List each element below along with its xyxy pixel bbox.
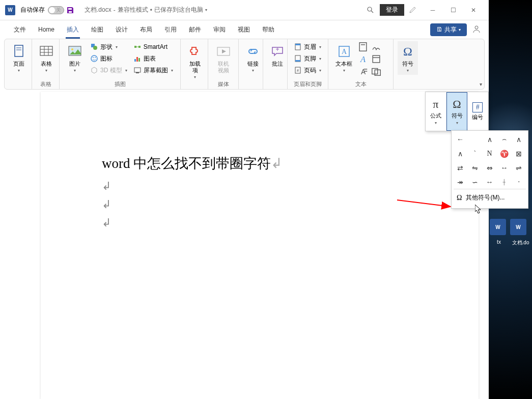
symbol-cell[interactable]: ⊠ — [512, 147, 525, 160]
symbol-cell[interactable]: · — [512, 176, 525, 189]
menu-help[interactable]: 帮助 — [256, 20, 281, 39]
textbox-icon: A — [336, 43, 352, 60]
pages-button[interactable]: 页面 ▾ — [9, 41, 29, 75]
symbol-cell[interactable]: ← — [454, 133, 467, 146]
picture-button-label: 图片 — [69, 61, 80, 67]
online-video-button[interactable]: 联机视频 — [212, 41, 234, 76]
header-button[interactable]: 页眉 ▾ — [292, 41, 323, 52]
chart-button-label: 图表 — [144, 54, 156, 63]
symbol-button[interactable]: Ω 符号 ▾ — [398, 41, 418, 75]
media-group-label: 媒体 — [208, 80, 238, 88]
symbol-cell[interactable]: ↔ — [483, 176, 496, 189]
3d-icon — [90, 66, 98, 74]
share-button-label: 共享 — [444, 25, 457, 34]
draw-mode-icon[interactable] — [409, 5, 417, 15]
word-app-icon: W — [5, 5, 15, 15]
wordart-button[interactable]: A — [357, 53, 369, 65]
symbol-cell[interactable]: ⌢ — [497, 133, 511, 146]
3d-models-button[interactable]: 3D 模型 ▾ — [88, 65, 129, 76]
menu-insert[interactable]: 插入 — [61, 20, 85, 39]
account-icon[interactable] — [472, 24, 481, 35]
chart-button[interactable]: 图表 — [131, 53, 175, 64]
autosave-state: 关 — [56, 7, 61, 14]
document-text: word 中怎么找不到带圈字符 — [102, 156, 271, 171]
quick-parts-button[interactable] — [357, 41, 369, 52]
symbol-cell[interactable]: ⇌ — [512, 161, 525, 175]
shapes-icon — [90, 43, 98, 51]
shapes-button[interactable]: 形状 ▾ — [88, 41, 129, 52]
page-number-button[interactable]: # 页码 ▾ — [292, 65, 323, 76]
search-icon[interactable] — [367, 6, 375, 14]
comment-icon: + — [269, 43, 286, 60]
menu-draw[interactable]: 绘图 — [85, 20, 109, 39]
menu-design[interactable]: 设计 — [109, 20, 134, 39]
ribbon-overflow-button[interactable]: ▾ — [480, 81, 482, 87]
symbol-tab-label: 符号 — [452, 112, 463, 120]
menu-layout[interactable]: 布局 — [134, 20, 158, 39]
object-button[interactable] — [371, 66, 382, 77]
symbol-cell[interactable]: ⟊ — [497, 176, 511, 189]
symbol-cell[interactable]: ♈ — [497, 147, 511, 160]
chevron-down-icon: ▾ — [116, 45, 118, 49]
signature-button[interactable] — [371, 41, 382, 52]
menu-review[interactable]: 审阅 — [207, 20, 232, 39]
icons-icon — [90, 54, 98, 63]
icons-button[interactable]: 图标 — [88, 53, 129, 64]
menu-references[interactable]: 引用 — [158, 20, 183, 39]
symbol-cell[interactable]: ` — [468, 147, 482, 160]
save-icon[interactable] — [66, 6, 74, 14]
symbol-cell[interactable]: ⇔ — [483, 161, 496, 175]
share-button[interactable]: 🖻共享▾ — [430, 23, 467, 36]
svg-rect-19 — [138, 46, 141, 48]
symbol-cell[interactable]: ∽ — [468, 176, 482, 189]
footer-button[interactable]: 页脚 ▾ — [292, 53, 323, 64]
symbol-cell[interactable]: ∧ — [512, 133, 525, 146]
symbol-button-label: 符号 — [402, 61, 413, 67]
screenshot-button[interactable]: 屏幕截图 ▾ — [131, 65, 175, 76]
symbol-cell[interactable]: Ν — [483, 147, 496, 160]
svg-rect-22 — [136, 57, 138, 62]
more-symbols-button[interactable]: Ω 其他符号(M)... — [454, 189, 526, 206]
svg-rect-21 — [134, 59, 136, 62]
login-button[interactable]: 登录 — [380, 4, 404, 16]
table-button[interactable]: 表格 ▾ — [36, 41, 57, 75]
paragraph-mark: ↲ — [102, 198, 412, 211]
dropcap-button[interactable]: A — [357, 66, 369, 77]
symbol-dropdown-panel: π 公式 ▾ Ω 符号 ▾ # 编号 — [425, 92, 489, 131]
number-tab-label: 编号 — [472, 113, 483, 121]
menu-view[interactable]: 视图 — [232, 20, 256, 39]
equation-tab[interactable]: π 公式 ▾ — [426, 92, 446, 131]
symbol-tab[interactable]: Ω 符号 ▾ — [446, 92, 468, 131]
svg-point-14 — [93, 46, 97, 50]
symbol-cell[interactable]: ⇄ — [454, 161, 467, 175]
menu-file[interactable]: 文件 — [8, 20, 32, 39]
addins-button[interactable]: 加载项 ▾ — [185, 41, 205, 81]
title-dropdown-arrow[interactable]: ▾ — [205, 8, 207, 12]
close-button[interactable]: ✕ — [463, 3, 484, 18]
datetime-button[interactable] — [371, 53, 382, 65]
symbol-cell[interactable]: ⇋ — [468, 161, 482, 175]
menu-mailings[interactable]: 邮件 — [183, 20, 207, 39]
symbol-cell[interactable]: ∧ — [483, 133, 496, 146]
svg-text:#: # — [297, 69, 299, 72]
link-button[interactable]: 链接 ▾ — [243, 41, 263, 75]
text-group-label: 文本 — [328, 80, 393, 88]
picture-button[interactable]: 图片 ▾ — [64, 41, 86, 75]
link-icon — [245, 43, 261, 60]
comment-button[interactable]: + 批注 — [267, 41, 288, 69]
chevron-down-icon: ▾ — [319, 45, 321, 49]
chevron-down-icon: ▾ — [407, 68, 409, 73]
video-button-label: 联机视频 — [215, 61, 231, 74]
symbol-cell[interactable] — [468, 133, 482, 146]
video-icon — [215, 43, 232, 60]
number-tab[interactable]: # 编号 — [467, 92, 488, 131]
chevron-down-icon: ▾ — [18, 68, 20, 73]
textbox-button[interactable]: A 文本框 ▾ — [332, 41, 355, 75]
maximize-button[interactable]: ☐ — [443, 3, 463, 18]
minimize-button[interactable]: ─ — [423, 3, 443, 18]
symbol-cell[interactable]: ∧ — [454, 147, 467, 160]
menu-home[interactable]: Home — [32, 20, 61, 39]
smartart-button[interactable]: SmartArt — [131, 41, 175, 52]
symbol-cell[interactable]: ↠ — [454, 176, 467, 189]
symbol-cell[interactable]: ↔ — [497, 161, 511, 175]
